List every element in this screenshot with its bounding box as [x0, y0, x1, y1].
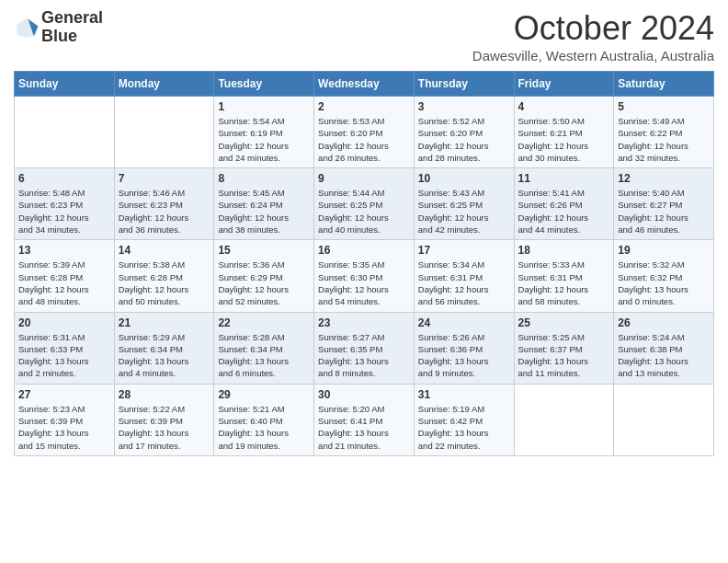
- day-number: 5: [618, 100, 710, 113]
- month-title: October 2024: [472, 9, 714, 48]
- day-info: Sunrise: 5:39 AM Sunset: 6:28 PM Dayligh…: [18, 259, 110, 307]
- day-info: Sunrise: 5:43 AM Sunset: 6:25 PM Dayligh…: [418, 187, 510, 236]
- day-number: 26: [618, 316, 710, 329]
- day-info: Sunrise: 5:26 AM Sunset: 6:36 PM Dayligh…: [418, 331, 510, 380]
- day-number: 2: [318, 100, 410, 113]
- location-subtitle: Dawesville, Western Australia, Australia: [472, 48, 714, 63]
- day-number: 16: [318, 244, 410, 257]
- day-number: 17: [418, 244, 510, 257]
- calendar-cell: 23Sunrise: 5:27 AM Sunset: 6:35 PM Dayli…: [314, 312, 415, 384]
- calendar-cell: 22Sunrise: 5:28 AM Sunset: 6:34 PM Dayli…: [214, 312, 314, 384]
- calendar-cell: [15, 97, 115, 168]
- calendar-cell: 7Sunrise: 5:46 AM Sunset: 6:23 PM Daylig…: [114, 168, 214, 240]
- calendar-cell: [514, 384, 614, 455]
- calendar-week-3: 13Sunrise: 5:39 AM Sunset: 6:28 PM Dayli…: [15, 240, 714, 312]
- calendar-cell: 11Sunrise: 5:41 AM Sunset: 6:26 PM Dayli…: [514, 168, 614, 240]
- day-info: Sunrise: 5:24 AM Sunset: 6:38 PM Dayligh…: [618, 331, 710, 380]
- day-number: 3: [418, 100, 510, 113]
- calendar-cell: 25Sunrise: 5:25 AM Sunset: 6:37 PM Dayli…: [514, 312, 614, 384]
- calendar-cell: 13Sunrise: 5:39 AM Sunset: 6:28 PM Dayli…: [15, 240, 115, 312]
- day-number: 8: [218, 172, 310, 185]
- page-header: General Blue October 2024 Dawesville, We…: [14, 9, 714, 63]
- calendar-cell: 18Sunrise: 5:33 AM Sunset: 6:31 PM Dayli…: [514, 240, 614, 312]
- day-number: 23: [318, 316, 410, 329]
- day-info: Sunrise: 5:38 AM Sunset: 6:28 PM Dayligh…: [119, 259, 210, 307]
- day-number: 18: [518, 244, 610, 257]
- calendar-cell: 10Sunrise: 5:43 AM Sunset: 6:25 PM Dayli…: [414, 168, 514, 240]
- day-info: Sunrise: 5:28 AM Sunset: 6:34 PM Dayligh…: [218, 331, 310, 380]
- day-number: 13: [18, 244, 110, 257]
- day-info: Sunrise: 5:36 AM Sunset: 6:29 PM Dayligh…: [218, 259, 310, 307]
- title-block: October 2024 Dawesville, Western Austral…: [472, 9, 714, 63]
- calendar-cell: 15Sunrise: 5:36 AM Sunset: 6:29 PM Dayli…: [214, 240, 314, 312]
- calendar-table: Sunday Monday Tuesday Wednesday Thursday…: [14, 71, 714, 456]
- calendar-cell: 28Sunrise: 5:22 AM Sunset: 6:39 PM Dayli…: [114, 384, 214, 455]
- logo: General Blue: [14, 9, 103, 46]
- day-info: Sunrise: 5:50 AM Sunset: 6:21 PM Dayligh…: [518, 115, 610, 164]
- day-info: Sunrise: 5:49 AM Sunset: 6:22 PM Dayligh…: [618, 115, 710, 164]
- day-number: 28: [119, 388, 210, 401]
- day-number: 25: [518, 316, 610, 329]
- day-info: Sunrise: 5:44 AM Sunset: 6:25 PM Dayligh…: [318, 187, 410, 236]
- calendar-cell: [114, 97, 214, 168]
- day-info: Sunrise: 5:22 AM Sunset: 6:39 PM Dayligh…: [119, 403, 210, 452]
- day-info: Sunrise: 5:53 AM Sunset: 6:20 PM Dayligh…: [318, 115, 410, 164]
- day-info: Sunrise: 5:23 AM Sunset: 6:39 PM Dayligh…: [18, 403, 110, 452]
- calendar-cell: [614, 384, 714, 455]
- calendar-cell: 2Sunrise: 5:53 AM Sunset: 6:20 PM Daylig…: [314, 97, 415, 168]
- calendar-cell: 17Sunrise: 5:34 AM Sunset: 6:31 PM Dayli…: [414, 240, 514, 312]
- day-number: 9: [318, 172, 410, 185]
- day-info: Sunrise: 5:54 AM Sunset: 6:19 PM Dayligh…: [218, 115, 310, 164]
- day-number: 19: [618, 244, 710, 257]
- day-info: Sunrise: 5:20 AM Sunset: 6:41 PM Dayligh…: [318, 403, 410, 452]
- calendar-cell: 4Sunrise: 5:50 AM Sunset: 6:21 PM Daylig…: [514, 97, 614, 168]
- day-number: 10: [418, 172, 510, 185]
- calendar-cell: 6Sunrise: 5:48 AM Sunset: 6:23 PM Daylig…: [15, 168, 115, 240]
- day-info: Sunrise: 5:33 AM Sunset: 6:31 PM Dayligh…: [518, 259, 610, 307]
- calendar-body: 1Sunrise: 5:54 AM Sunset: 6:19 PM Daylig…: [15, 97, 714, 456]
- logo-text: General Blue: [41, 9, 103, 46]
- calendar-cell: 9Sunrise: 5:44 AM Sunset: 6:25 PM Daylig…: [314, 168, 415, 240]
- calendar-header: Sunday Monday Tuesday Wednesday Thursday…: [15, 72, 714, 97]
- header-row: Sunday Monday Tuesday Wednesday Thursday…: [15, 72, 714, 97]
- day-number: 12: [618, 172, 710, 185]
- calendar-cell: 26Sunrise: 5:24 AM Sunset: 6:38 PM Dayli…: [614, 312, 714, 384]
- calendar-cell: 27Sunrise: 5:23 AM Sunset: 6:39 PM Dayli…: [15, 384, 115, 455]
- calendar-cell: 31Sunrise: 5:19 AM Sunset: 6:42 PM Dayli…: [414, 384, 514, 455]
- calendar-cell: 8Sunrise: 5:45 AM Sunset: 6:24 PM Daylig…: [214, 168, 314, 240]
- day-number: 6: [18, 172, 110, 185]
- day-number: 22: [218, 316, 310, 329]
- calendar-cell: 12Sunrise: 5:40 AM Sunset: 6:27 PM Dayli…: [614, 168, 714, 240]
- day-number: 30: [318, 388, 410, 401]
- day-info: Sunrise: 5:19 AM Sunset: 6:42 PM Dayligh…: [418, 403, 510, 452]
- day-number: 27: [18, 388, 110, 401]
- logo-icon: [14, 15, 40, 40]
- day-number: 31: [418, 388, 510, 401]
- day-number: 1: [218, 100, 310, 113]
- header-saturday: Saturday: [614, 72, 714, 97]
- day-number: 14: [119, 244, 210, 257]
- day-info: Sunrise: 5:31 AM Sunset: 6:33 PM Dayligh…: [18, 331, 110, 380]
- day-info: Sunrise: 5:45 AM Sunset: 6:24 PM Dayligh…: [218, 187, 310, 236]
- day-info: Sunrise: 5:34 AM Sunset: 6:31 PM Dayligh…: [418, 259, 510, 307]
- header-thursday: Thursday: [414, 72, 514, 97]
- day-info: Sunrise: 5:21 AM Sunset: 6:40 PM Dayligh…: [218, 403, 310, 452]
- day-info: Sunrise: 5:40 AM Sunset: 6:27 PM Dayligh…: [618, 187, 710, 236]
- day-number: 4: [518, 100, 610, 113]
- day-info: Sunrise: 5:52 AM Sunset: 6:20 PM Dayligh…: [418, 115, 510, 164]
- day-info: Sunrise: 5:25 AM Sunset: 6:37 PM Dayligh…: [518, 331, 610, 380]
- day-info: Sunrise: 5:41 AM Sunset: 6:26 PM Dayligh…: [518, 187, 610, 236]
- day-number: 21: [119, 316, 210, 329]
- calendar-cell: 29Sunrise: 5:21 AM Sunset: 6:40 PM Dayli…: [214, 384, 314, 455]
- calendar-week-2: 6Sunrise: 5:48 AM Sunset: 6:23 PM Daylig…: [15, 168, 714, 240]
- header-wednesday: Wednesday: [314, 72, 415, 97]
- calendar-cell: 19Sunrise: 5:32 AM Sunset: 6:32 PM Dayli…: [614, 240, 714, 312]
- day-info: Sunrise: 5:27 AM Sunset: 6:35 PM Dayligh…: [318, 331, 410, 380]
- day-number: 29: [218, 388, 310, 401]
- calendar-cell: 21Sunrise: 5:29 AM Sunset: 6:34 PM Dayli…: [114, 312, 214, 384]
- day-number: 15: [218, 244, 310, 257]
- calendar-week-1: 1Sunrise: 5:54 AM Sunset: 6:19 PM Daylig…: [15, 97, 714, 168]
- calendar-cell: 16Sunrise: 5:35 AM Sunset: 6:30 PM Dayli…: [314, 240, 415, 312]
- header-sunday: Sunday: [15, 72, 115, 97]
- day-number: 20: [18, 316, 110, 329]
